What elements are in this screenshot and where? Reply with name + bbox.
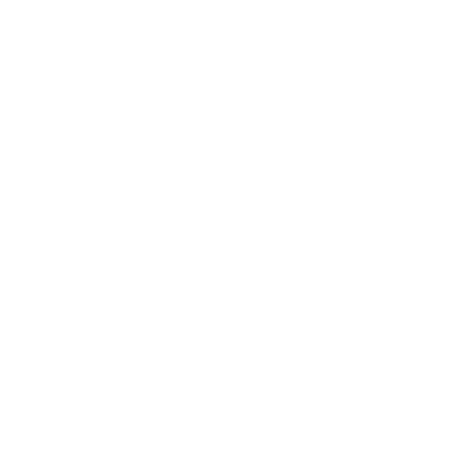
bottleneck-chart [0,0,476,476]
chart-container: { "watermark": "TheBottleneck.com", "col… [0,0,476,476]
